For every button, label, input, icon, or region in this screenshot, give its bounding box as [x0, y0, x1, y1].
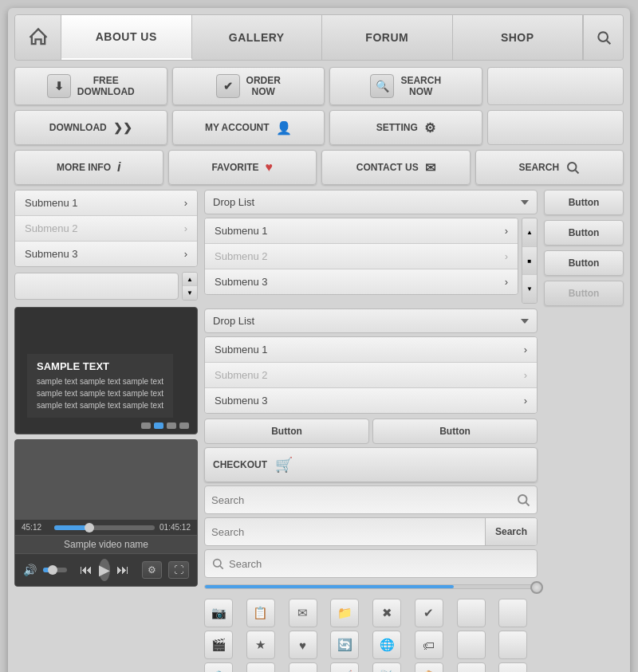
- mid-submenu-item-3[interactable]: Submenu 3 ›: [205, 269, 518, 294]
- icon-check[interactable]: ✔: [415, 599, 443, 627]
- icon-rss[interactable]: 📡: [372, 662, 401, 672]
- dot-1[interactable]: [141, 422, 151, 429]
- dot-2[interactable]: [154, 422, 163, 429]
- nav-search-button[interactable]: [583, 15, 623, 60]
- volume-button[interactable]: 🔊: [23, 564, 37, 576]
- nav-shop[interactable]: SHOP: [453, 15, 584, 60]
- side-button-2[interactable]: Button: [544, 220, 624, 246]
- left-submenu-item-1[interactable]: Submenu 1 ›: [15, 191, 197, 216]
- scroll-down-arrow[interactable]: ▼: [183, 286, 197, 300]
- button-row-3: MORE INFO i FAVORITE ♥ CONTACT US ✉ SEAR…: [14, 150, 624, 185]
- icon-package[interactable]: 📦: [415, 662, 443, 672]
- search-bar-2: Search: [204, 517, 538, 546]
- slider-thumb[interactable]: [530, 581, 543, 594]
- icon-clipboard[interactable]: 📋: [246, 599, 275, 627]
- icon-star[interactable]: ★: [246, 631, 275, 659]
- slider-row: [204, 581, 538, 592]
- icon-close[interactable]: ✖: [372, 599, 401, 627]
- rewind-button[interactable]: ⏮: [80, 563, 93, 577]
- right-submenu-item-1[interactable]: Submenu 1 ›: [205, 337, 537, 363]
- checkout-button[interactable]: CHECKOUT 🛒: [204, 447, 538, 482]
- dot-4[interactable]: [179, 422, 189, 429]
- nav-gallery[interactable]: GALLERY: [192, 15, 323, 60]
- icon-dollar[interactable]: $: [289, 662, 317, 672]
- timeline-bar[interactable]: [54, 525, 155, 530]
- volume-slider[interactable]: [43, 568, 67, 572]
- slider-track[interactable]: [204, 584, 538, 589]
- search-input-1[interactable]: [211, 494, 516, 506]
- home-button[interactable]: [15, 15, 61, 60]
- mid-submenu-item-2[interactable]: Submenu 2 ›: [205, 244, 518, 269]
- player-name: Sample video name: [15, 535, 197, 553]
- nav-about-us[interactable]: ABOUT US: [61, 15, 192, 60]
- mid-scroll-mid[interactable]: ■: [522, 247, 537, 276]
- dropdown-1[interactable]: Drop List: [204, 190, 538, 214]
- icon-mail[interactable]: ✉: [289, 599, 317, 627]
- small-button-2[interactable]: Button: [372, 419, 538, 444]
- search-bar-3: [204, 549, 538, 578]
- empty-button-2: [487, 110, 624, 145]
- icon-lock[interactable]: 🔒: [204, 662, 233, 672]
- more-info-button[interactable]: MORE INFO i: [14, 150, 163, 185]
- icon-folder[interactable]: 📁: [330, 599, 359, 627]
- svg-point-0: [598, 32, 608, 41]
- download-icon: ⬇: [47, 74, 71, 98]
- button-row-2: DOWNLOAD ❯❯ MY ACCOUNT 👤 SETTING ⚙: [14, 110, 624, 145]
- middle-panel: Drop List Submenu 1 ›: [204, 190, 538, 672]
- search-input-3[interactable]: [229, 558, 530, 570]
- dot-3[interactable]: [167, 422, 176, 429]
- fast-forward-button[interactable]: ⏭: [116, 563, 129, 577]
- icon-video[interactable]: 🎬: [204, 631, 233, 659]
- svg-point-2: [568, 163, 577, 171]
- icon-tag[interactable]: 🏷: [415, 631, 443, 659]
- svg-line-1: [606, 41, 610, 45]
- icon-globe[interactable]: 🌐: [372, 631, 401, 659]
- search-button[interactable]: SEARCH: [475, 150, 624, 185]
- contact-us-button[interactable]: CONTACT US ✉: [321, 150, 471, 185]
- svg-line-7: [220, 566, 223, 569]
- left-content: Submenu 1 › Submenu 2 › Submenu 3 › ▲ ▼: [14, 190, 198, 672]
- icon-camera[interactable]: 📷: [204, 599, 233, 627]
- mid-scroll-down[interactable]: ▼: [522, 275, 537, 303]
- icon-empty-4: [498, 631, 527, 659]
- free-download-button[interactable]: ⬇ FREEDOWNLOAD: [14, 67, 167, 105]
- nav-forum[interactable]: FORUM: [322, 15, 453, 60]
- left-submenu-item-3[interactable]: Submenu 3 ›: [15, 242, 197, 266]
- right-submenu-item-2[interactable]: Submenu 2 ›: [205, 363, 537, 388]
- icon-heart[interactable]: ♥: [289, 631, 317, 659]
- right-submenu-item-3[interactable]: Submenu 3 ›: [205, 388, 537, 413]
- search-icon-1: [516, 493, 530, 507]
- mid-scroll-up[interactable]: ▲: [522, 218, 537, 247]
- side-button-4-disabled: Button: [544, 281, 624, 306]
- scroll-up-arrow[interactable]: ▲: [183, 273, 197, 286]
- scroll-arrows[interactable]: ▲ ▼: [182, 272, 198, 301]
- volume-thumb[interactable]: [48, 565, 57, 575]
- favorite-button[interactable]: FAVORITE ♥: [168, 150, 317, 185]
- fullscreen-button[interactable]: ⛶: [168, 561, 189, 579]
- video-player: 45:12 01:45:12 Sample video name 🔊: [14, 439, 198, 587]
- timeline-thumb[interactable]: [85, 523, 94, 532]
- side-buttons: Button Button Button Button: [544, 190, 624, 672]
- my-account-button[interactable]: MY ACCOUNT 👤: [172, 110, 325, 145]
- download-button[interactable]: DOWNLOAD ❯❯: [14, 110, 167, 145]
- play-button[interactable]: ▶: [99, 559, 110, 581]
- settings-button[interactable]: ⚙: [142, 561, 162, 579]
- icon-refresh[interactable]: 🔄: [330, 631, 359, 659]
- order-now-button[interactable]: ✔ ORDERNOW: [172, 67, 325, 105]
- right-content: Drop List Submenu 1 ›: [204, 190, 624, 672]
- video-screen: [15, 440, 197, 520]
- dropdown-2[interactable]: Drop List: [204, 308, 538, 333]
- search-icon-3: [211, 557, 224, 570]
- icon-pencil[interactable]: ✏: [246, 662, 275, 672]
- left-submenu-item-2[interactable]: Submenu 2 ›: [15, 216, 197, 242]
- search-now-button[interactable]: 🔍 SEARCHNOW: [329, 67, 482, 105]
- side-button-3[interactable]: Button: [544, 250, 624, 276]
- search-input-2[interactable]: [205, 526, 485, 538]
- side-button-1[interactable]: Button: [544, 190, 624, 215]
- setting-button[interactable]: SETTING ⚙: [329, 110, 482, 145]
- empty-button-1: [487, 67, 624, 105]
- mid-submenu-item-1[interactable]: Submenu 1 ›: [205, 218, 518, 244]
- small-button-1[interactable]: Button: [204, 419, 369, 444]
- search-go-button[interactable]: Search: [485, 518, 537, 545]
- icon-cart[interactable]: 🛒: [330, 662, 359, 672]
